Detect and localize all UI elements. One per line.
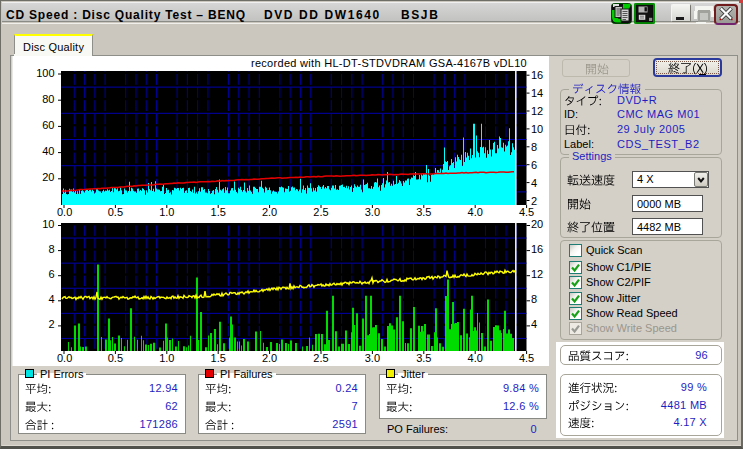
svg-text:2.0: 2.0 (262, 352, 277, 364)
svg-text:40: 40 (42, 145, 54, 157)
svg-text:6: 6 (531, 159, 537, 171)
svg-text:3.5: 3.5 (416, 206, 431, 218)
svg-text:20: 20 (42, 171, 54, 183)
svg-text:0.0: 0.0 (57, 206, 72, 218)
svg-text:0.5: 0.5 (108, 206, 123, 218)
svg-text:16: 16 (531, 69, 543, 81)
svg-text:2.5: 2.5 (313, 352, 328, 364)
svg-text:2.5: 2.5 (313, 206, 328, 218)
svg-text:14: 14 (531, 87, 543, 99)
svg-text:0.5: 0.5 (108, 352, 123, 364)
svg-text:4.0: 4.0 (468, 352, 483, 364)
svg-text:4.5: 4.5 (519, 206, 534, 218)
svg-text:12: 12 (531, 268, 543, 280)
svg-text:8: 8 (531, 293, 537, 305)
svg-text:1.0: 1.0 (159, 206, 174, 218)
svg-text:4.5: 4.5 (519, 352, 534, 364)
svg-text:2.0: 2.0 (262, 206, 277, 218)
svg-text:1.5: 1.5 (211, 352, 226, 364)
svg-text:100: 100 (36, 67, 54, 79)
svg-text:3.5: 3.5 (416, 352, 431, 364)
svg-text:12: 12 (531, 105, 543, 117)
svg-text:20: 20 (531, 218, 543, 230)
svg-text:80: 80 (42, 93, 54, 105)
svg-text:4: 4 (531, 318, 537, 330)
svg-text:4: 4 (531, 177, 537, 189)
svg-text:1.5: 1.5 (211, 206, 226, 218)
svg-text:recorded with HL-DT-STDVDRAM G: recorded with HL-DT-STDVDRAM GSA-4167B v… (251, 57, 527, 69)
svg-text:3.0: 3.0 (365, 206, 380, 218)
svg-text:10: 10 (531, 123, 543, 135)
svg-text:8: 8 (48, 243, 54, 255)
svg-text:16: 16 (531, 243, 543, 255)
svg-text:1.0: 1.0 (159, 352, 174, 364)
svg-text:4.0: 4.0 (468, 206, 483, 218)
svg-text:4: 4 (48, 293, 54, 305)
svg-text:3.0: 3.0 (365, 352, 380, 364)
svg-text:8: 8 (531, 141, 537, 153)
svg-text:60: 60 (42, 119, 54, 131)
svg-text:10: 10 (42, 218, 54, 230)
svg-text:6: 6 (48, 268, 54, 280)
svg-text:0.0: 0.0 (57, 352, 72, 364)
svg-text:2: 2 (48, 318, 54, 330)
